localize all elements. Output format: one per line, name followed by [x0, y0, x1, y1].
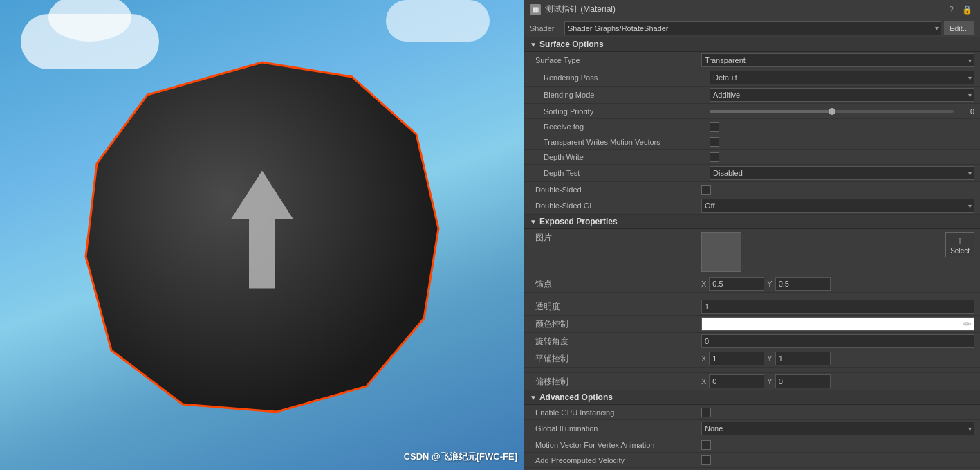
blending-mode-dropdown[interactable]: Additive Alpha — [710, 88, 974, 102]
anchor-y-input[interactable] — [775, 277, 831, 291]
sorting-priority-track — [710, 110, 954, 113]
sorting-priority-thumb[interactable] — [829, 108, 835, 115]
arrow-stem — [249, 219, 275, 288]
depth-test-value: Disabled Never Less Equal Always ▾ — [710, 166, 974, 180]
anchor-x-label: X — [701, 280, 706, 288]
blending-mode-dropdown-wrap[interactable]: Additive Alpha ▾ — [710, 88, 974, 102]
surface-options-title: Surface Options — [539, 39, 604, 49]
rotation-value — [701, 334, 974, 348]
opacity-input[interactable] — [701, 300, 974, 314]
tiling-y-input[interactable] — [775, 352, 831, 365]
depth-test-label: Depth Test — [544, 169, 710, 177]
offset-x-input[interactable] — [709, 374, 764, 388]
color-field[interactable] — [701, 317, 974, 331]
global-illumination-value: None Realtime Baked ▾ — [701, 422, 974, 435]
double-sided-label: Double-Sided — [535, 186, 701, 194]
motion-vector-label: Motion Vector For Vertex Animation — [535, 441, 701, 449]
global-illumination-row: Global Illumination None Realtime Baked … — [524, 420, 980, 437]
rotation-input[interactable] — [701, 334, 974, 348]
shader-dropdown[interactable]: Shader Graphs/RotateShader — [564, 21, 941, 35]
precomputed-velocity-checkbox[interactable] — [701, 455, 711, 465]
advanced-options-section: ▼ Advanced Options Enable GPU Instancing… — [524, 390, 980, 468]
circle-mesh — [82, 55, 442, 415]
surface-options-header[interactable]: ▼ Surface Options — [524, 37, 980, 52]
opacity-row: 透明度 — [524, 298, 980, 316]
blending-mode-value: Additive Alpha ▾ — [710, 88, 974, 102]
offset-row: 偏移控制 X Y — [524, 373, 980, 390]
opacity-value — [701, 300, 974, 314]
receive-fog-checkbox[interactable] — [710, 122, 719, 132]
anchor-x-input[interactable] — [709, 277, 764, 291]
gpu-instancing-row: Enable GPU Instancing — [524, 405, 980, 420]
advanced-options-title: Advanced Options — [539, 392, 613, 402]
exposed-properties-section: ▼ Exposed Properties 图片 ↑ Select 锚点 X Y — [524, 215, 980, 390]
global-illumination-dropdown[interactable]: None Realtime Baked — [701, 422, 974, 435]
transparent-writes-label: Transparent Writes Motion Vectors — [544, 138, 710, 146]
double-sided-checkbox[interactable] — [701, 185, 711, 195]
tiling-y-label: Y — [767, 354, 772, 363]
transparent-writes-row: Transparent Writes Motion Vectors — [524, 134, 980, 150]
exposed-properties-title: Exposed Properties — [539, 217, 618, 226]
preview-panel: CSDN @飞浪纪元[FWC-FE] — [0, 0, 524, 470]
surface-type-value: Transparent Opaque ▾ — [701, 53, 974, 67]
title-bar: ▦ 测试指针 (Material) ? 🔒 — [524, 0, 980, 19]
inspector-panel: ▦ 测试指针 (Material) ? 🔒 Shader Shader Grap… — [524, 0, 980, 470]
motion-vector-value — [701, 440, 974, 450]
color-field-wrap[interactable]: ✏ — [701, 317, 974, 331]
window-title: 测试指针 (Material) — [545, 3, 947, 15]
depth-test-dropdown[interactable]: Disabled Never Less Equal Always — [710, 166, 974, 180]
advanced-options-header[interactable]: ▼ Advanced Options — [524, 390, 980, 405]
depth-write-row: Depth Write — [524, 150, 980, 165]
shader-dropdown-wrap[interactable]: Shader Graphs/RotateShader ▾ — [564, 21, 941, 35]
opacity-label: 透明度 — [535, 301, 701, 313]
double-sided-gi-dropdown-wrap[interactable]: Off On ▾ — [701, 199, 974, 213]
double-sided-gi-dropdown[interactable]: Off On — [701, 199, 974, 213]
gpu-instancing-label: Enable GPU Instancing — [535, 408, 701, 417]
rotation-row: 旋转角度 — [524, 333, 980, 350]
offset-y-label: Y — [767, 377, 772, 386]
arrow-head — [231, 170, 293, 219]
material-icon: ▦ — [530, 4, 541, 15]
tiling-label: 平铺控制 — [535, 353, 701, 365]
texture-select-button[interactable]: ↑ Select — [945, 232, 974, 257]
sorting-priority-slider[interactable]: 0 — [710, 107, 974, 116]
shader-edit-button[interactable]: Edit... — [944, 21, 974, 35]
rotation-label: 旋转角度 — [535, 336, 701, 347]
offset-x-label: X — [701, 377, 706, 386]
help-button[interactable]: ? — [947, 5, 956, 15]
rendering-pass-dropdown-wrap[interactable]: Default ▾ — [710, 71, 974, 84]
surface-type-dropdown[interactable]: Transparent Opaque — [701, 53, 974, 67]
tiling-x-label: X — [701, 354, 706, 363]
global-illumination-dropdown-wrap[interactable]: None Realtime Baked ▾ — [701, 422, 974, 435]
motion-vector-checkbox[interactable] — [701, 440, 711, 450]
receive-fog-row: Receive fog — [524, 119, 980, 134]
double-sided-gi-row: Double-Sided GI Off On ▾ — [524, 197, 980, 215]
depth-test-dropdown-wrap[interactable]: Disabled Never Less Equal Always ▾ — [710, 166, 974, 180]
double-sided-gi-value: Off On ▾ — [701, 199, 974, 213]
sorting-priority-number: 0 — [958, 107, 974, 116]
gpu-instancing-checkbox[interactable] — [701, 408, 711, 417]
texture-select-arrow: ↑ — [958, 234, 963, 246]
texture-label: 图片 — [535, 232, 701, 244]
surface-type-dropdown-wrap[interactable]: Transparent Opaque ▾ — [701, 53, 974, 67]
gpu-instancing-value — [701, 408, 974, 417]
color-row: 颜色控制 ✏ — [524, 316, 980, 333]
depth-test-row: Depth Test Disabled Never Less Equal Alw… — [524, 165, 980, 182]
watermark: CSDN @飞浪纪元[FWC-FE] — [404, 451, 517, 463]
anchor-y-label: Y — [767, 280, 772, 288]
transparent-writes-checkbox[interactable] — [710, 137, 719, 147]
depth-write-checkbox[interactable] — [710, 152, 719, 162]
shader-row: Shader Shader Graphs/RotateShader ▾ Edit… — [524, 19, 980, 37]
rendering-pass-dropdown[interactable]: Default — [710, 71, 974, 84]
exposed-properties-header[interactable]: ▼ Exposed Properties — [524, 215, 980, 229]
tiling-x-input[interactable] — [709, 352, 764, 365]
tiling-value: X Y — [701, 352, 974, 365]
offset-y-input[interactable] — [775, 374, 831, 388]
color-label: 颜色控制 — [535, 318, 701, 330]
precomputed-velocity-value — [701, 455, 974, 465]
lock-button[interactable]: 🔒 — [960, 5, 974, 15]
precomputed-velocity-row: Add Precomputed Velocity — [524, 453, 980, 468]
texture-preview[interactable] — [701, 232, 741, 272]
color-value: ✏ — [701, 317, 974, 331]
anchor-xy: X Y — [701, 277, 974, 291]
